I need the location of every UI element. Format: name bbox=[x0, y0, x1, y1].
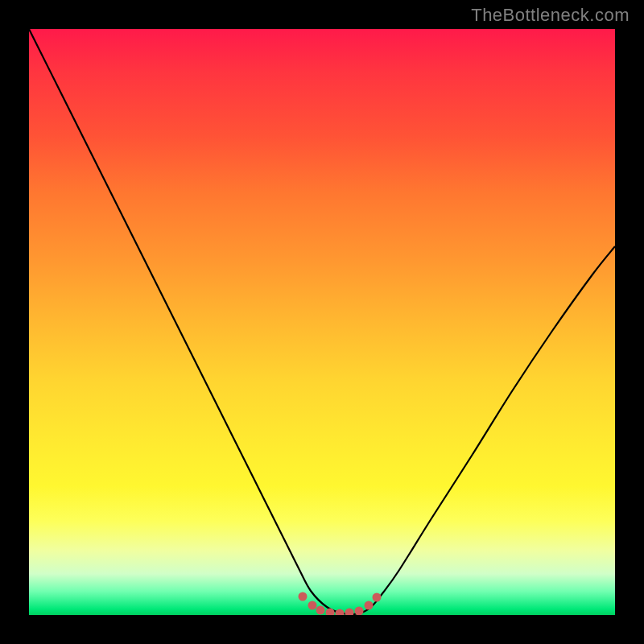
optimum-marker bbox=[326, 609, 335, 616]
optimum-marker bbox=[365, 601, 374, 610]
optimum-marker bbox=[345, 609, 354, 616]
curve-layer bbox=[29, 29, 615, 615]
optimum-marker bbox=[299, 592, 308, 601]
optimum-marker bbox=[373, 593, 382, 602]
optimum-marker bbox=[316, 606, 325, 615]
optimum-marker bbox=[355, 607, 364, 616]
bottleneck-curve-path bbox=[29, 29, 615, 614]
optimum-markers bbox=[299, 592, 382, 616]
optimum-marker bbox=[308, 601, 317, 610]
watermark-text: TheBottleneck.com bbox=[471, 5, 630, 26]
bottleneck-chart bbox=[29, 29, 615, 615]
optimum-marker bbox=[336, 609, 345, 616]
